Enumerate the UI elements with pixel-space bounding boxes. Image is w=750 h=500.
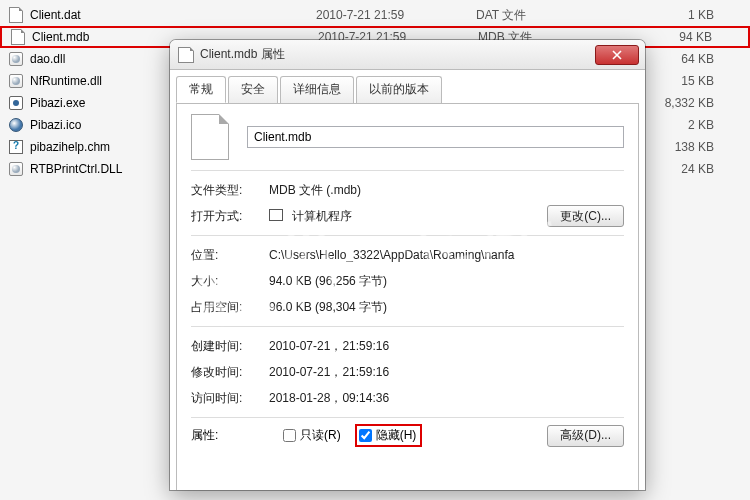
filename-row — [191, 114, 624, 160]
value-modified: 2010-07-21，21:59:16 — [269, 364, 624, 381]
properties-dialog: Client.mdb 属性 常规 安全 详细信息 以前的版本 文件类型: MDB… — [170, 40, 645, 490]
file-type: DAT 文件 — [476, 7, 596, 24]
file-name: Client.dat — [26, 8, 316, 22]
file-icon — [11, 29, 25, 45]
file-date: 2010-7-21 21:59 — [316, 8, 476, 22]
value-created: 2010-07-21，21:59:16 — [269, 338, 624, 355]
label-created: 创建时间: — [191, 338, 269, 355]
hidden-label: 隐藏(H) — [376, 427, 417, 444]
checkbox-readonly-wrap[interactable]: 只读(R) — [283, 427, 341, 444]
row-open-with: 打开方式: 计算机程序 更改(C)... — [191, 203, 624, 229]
tab-security[interactable]: 安全 — [228, 76, 278, 103]
open-with-text: 计算机程序 — [292, 209, 352, 223]
value-location: C:\Users\Hello_3322\AppData\Roaming\nanf… — [269, 248, 624, 262]
file-icon — [9, 96, 23, 110]
file-icon — [9, 7, 23, 23]
row-accessed: 访问时间: 2018-01-28，09:14:36 — [191, 385, 624, 411]
dialog-title: Client.mdb 属性 — [200, 46, 595, 63]
checkbox-readonly[interactable] — [283, 429, 296, 442]
file-size: 1 KB — [596, 8, 744, 22]
label-location: 位置: — [191, 247, 269, 264]
checkbox-hidden-wrap[interactable]: 隐藏(H) — [359, 427, 417, 444]
file-icon — [9, 162, 23, 176]
row-location: 位置: C:\Users\Hello_3322\AppData\Roaming\… — [191, 242, 624, 268]
tab-details[interactable]: 详细信息 — [280, 76, 354, 103]
file-icon — [9, 140, 23, 154]
row-size-on-disk: 占用空间: 96.0 KB (98,304 字节) — [191, 294, 624, 320]
separator — [191, 235, 624, 236]
file-icon — [178, 47, 194, 63]
row-modified: 修改时间: 2010-07-21，21:59:16 — [191, 359, 624, 385]
hidden-highlight: 隐藏(H) — [355, 424, 423, 447]
value-size-on-disk: 96.0 KB (98,304 字节) — [269, 299, 624, 316]
file-icon — [9, 74, 23, 88]
label-size-on-disk: 占用空间: — [191, 299, 269, 316]
value-file-type: MDB 文件 (.mdb) — [269, 182, 624, 199]
file-icon — [9, 52, 23, 66]
label-modified: 修改时间: — [191, 364, 269, 381]
readonly-label: 只读(R) — [300, 427, 341, 444]
tab-panel-general: 文件类型: MDB 文件 (.mdb) 打开方式: 计算机程序 更改(C)...… — [176, 103, 639, 490]
file-icon — [9, 118, 23, 132]
value-open-with: 计算机程序 — [269, 208, 547, 225]
row-size: 大小: 94.0 KB (96,256 字节) — [191, 268, 624, 294]
change-button[interactable]: 更改(C)... — [547, 205, 624, 227]
file-row[interactable]: Client.dat2010-7-21 21:59DAT 文件1 KB — [0, 4, 750, 26]
close-icon — [612, 50, 622, 60]
tab-strip: 常规 安全 详细信息 以前的版本 — [170, 70, 645, 103]
label-attributes: 属性: — [191, 427, 269, 444]
separator — [191, 326, 624, 327]
row-created: 创建时间: 2010-07-21，21:59:16 — [191, 333, 624, 359]
dialog-titlebar: Client.mdb 属性 — [170, 40, 645, 70]
checkbox-hidden[interactable] — [359, 429, 372, 442]
advanced-button[interactable]: 高级(D)... — [547, 425, 624, 447]
separator — [191, 417, 624, 418]
label-accessed: 访问时间: — [191, 390, 269, 407]
row-attributes: 属性: 只读(R) 隐藏(H) 高级(D)... — [191, 424, 624, 447]
separator — [191, 170, 624, 171]
row-file-type: 文件类型: MDB 文件 (.mdb) — [191, 177, 624, 203]
tab-general[interactable]: 常规 — [176, 76, 226, 103]
tab-previous[interactable]: 以前的版本 — [356, 76, 442, 103]
value-size: 94.0 KB (96,256 字节) — [269, 273, 624, 290]
close-button[interactable] — [595, 45, 639, 65]
label-open-with: 打开方式: — [191, 208, 269, 225]
filename-input[interactable] — [247, 126, 624, 148]
label-file-type: 文件类型: — [191, 182, 269, 199]
value-accessed: 2018-01-28，09:14:36 — [269, 390, 624, 407]
label-size: 大小: — [191, 273, 269, 290]
file-large-icon — [191, 114, 229, 160]
program-icon — [269, 209, 283, 221]
